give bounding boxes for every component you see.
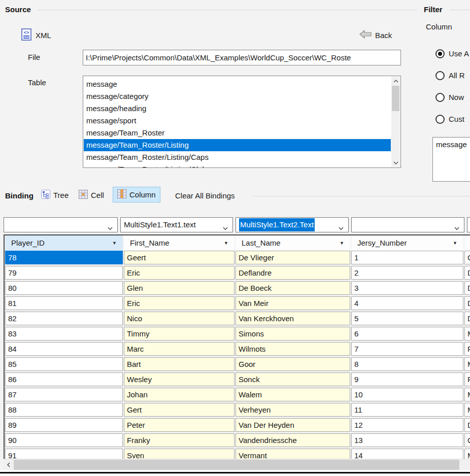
grid-cell[interactable]: 88 <box>5 403 123 417</box>
grid-row[interactable]: 87 Johan Walem 10 M <box>4 388 470 403</box>
grid-column-header-first-name[interactable]: First_Name ▼ <box>124 235 234 251</box>
grid-cell[interactable]: Geert <box>124 251 234 264</box>
grid-row[interactable]: 80 Glen De Boeck 3 D <box>4 281 470 296</box>
grid-cell[interactable]: D <box>464 312 470 325</box>
table-listbox[interactable]: message message/category message/heading… <box>83 76 401 168</box>
filter-arrow-icon[interactable]: ▼ <box>340 235 344 251</box>
grid-cell[interactable]: Walem <box>236 388 350 401</box>
back-button[interactable]: Back <box>359 30 392 40</box>
grid-cell[interactable]: 12 <box>351 418 463 432</box>
grid-cell[interactable]: 4 <box>351 296 463 310</box>
scroll-up-icon[interactable] <box>391 77 400 85</box>
grid-row[interactable]: 81 Eric Van Meir 4 D <box>4 296 470 312</box>
grid-row[interactable]: 84 Marc Wilmots 7 F <box>4 342 470 357</box>
grid-cell[interactable]: 13 <box>351 433 463 447</box>
grid-cell[interactable]: Timmy <box>124 327 234 341</box>
radio-button[interactable] <box>435 71 445 80</box>
grid-cell[interactable]: Van Der Heyden <box>236 418 350 432</box>
grid-column-header-player-id[interactable]: Player_ID ▼ <box>5 235 123 251</box>
file-path-input[interactable]: I:\Prime\Projects\Common\Data\XML_Exampl… <box>83 50 401 65</box>
grid-horizontal-scrollbar[interactable] <box>4 459 470 470</box>
grid-cell[interactable]: Deflandre <box>236 266 350 280</box>
grid-cell[interactable]: 3 <box>351 281 463 295</box>
grid-column-header-clipped[interactable] <box>464 235 470 251</box>
grid-cell[interactable]: 79 <box>5 266 123 280</box>
grid-column-header-last-name[interactable]: Last_Name ▼ <box>236 235 350 251</box>
table-list-item[interactable]: message/Team_Roster/Listing <box>84 139 391 151</box>
scrollbar-thumb[interactable] <box>392 86 399 111</box>
radio-button[interactable] <box>435 93 445 102</box>
grid-cell[interactable]: Van Meir <box>236 296 350 310</box>
table-list-item[interactable]: message/Team_Roster/Listing/Club <box>84 163 391 167</box>
grid-row[interactable]: 90 Franky Vandendriessche 13 G <box>4 433 470 449</box>
binding-combo-1[interactable] <box>4 217 118 232</box>
grid-row[interactable]: 79 Eric Deflandre 2 D <box>4 266 470 281</box>
grid-cell[interactable]: Peter <box>124 418 234 432</box>
grid-cell[interactable]: Johan <box>124 388 234 401</box>
grid-cell[interactable]: 90 <box>5 433 123 447</box>
grid-column-header-jersy-number[interactable]: Jersy_Number ▼ <box>351 235 463 251</box>
table-list-item[interactable]: message/category <box>84 90 391 103</box>
grid-cell[interactable]: 2 <box>351 266 463 280</box>
grid-cell[interactable]: 81 <box>5 296 123 310</box>
grid-cell[interactable]: Vandendriessche <box>236 433 350 447</box>
grid-cell[interactable]: D <box>464 296 470 310</box>
chevron-down-icon[interactable] <box>454 223 459 232</box>
clear-all-bindings-button[interactable]: Clear All Bindings <box>175 191 235 200</box>
grid-cell[interactable]: 80 <box>5 281 123 295</box>
grid-cell[interactable]: 7 <box>351 342 463 356</box>
grid-cell[interactable]: 91 <box>5 449 123 459</box>
grid-cell[interactable]: G <box>464 251 470 264</box>
grid-cell[interactable]: 83 <box>5 327 123 341</box>
grid-cell[interactable]: 86 <box>5 372 123 386</box>
table-list-scrollbar[interactable] <box>391 77 400 167</box>
grid-cell[interactable]: 8 <box>351 357 463 371</box>
grid-cell[interactable]: 82 <box>5 312 123 325</box>
grid-cell[interactable]: De Boeck <box>236 281 350 295</box>
grid-cell[interactable]: 11 <box>351 403 463 417</box>
grid-row[interactable]: 91 Sven Vermant 14 M <box>4 449 470 459</box>
grid-row[interactable]: 88 Gert Verheyen 11 M <box>4 403 470 418</box>
grid-cell[interactable]: 89 <box>5 418 123 432</box>
grid-row[interactable]: 78 Geert De Vlieger 1 G <box>4 251 470 266</box>
grid-cell[interactable]: Eric <box>124 296 234 310</box>
grid-cell[interactable]: M <box>464 449 470 459</box>
grid-cell[interactable]: D <box>464 266 470 280</box>
grid-cell[interactable]: 6 <box>351 327 463 341</box>
grid-cell[interactable]: 84 <box>5 342 123 356</box>
grid-cell[interactable]: Van Kerckhoven <box>236 312 350 325</box>
grid-cell[interactable]: Simons <box>236 327 350 341</box>
grid-row[interactable]: 82 Nico Van Kerckhoven 5 D <box>4 312 470 327</box>
grid-cell[interactable]: M <box>464 327 470 341</box>
table-list-item[interactable]: message/Team_Roster/Listing/Caps <box>84 151 391 163</box>
grid-row[interactable]: 86 Wesley Sonck 9 F <box>4 372 470 388</box>
grid-cell[interactable]: Sonck <box>236 372 350 386</box>
chevron-down-icon[interactable] <box>223 223 228 232</box>
table-list-item[interactable]: message/Team_Roster <box>84 127 391 139</box>
binding-tree-button[interactable]: Tree <box>39 188 71 202</box>
grid-cell[interactable]: F <box>464 342 470 356</box>
grid-cell[interactable]: 78 <box>5 251 123 264</box>
grid-cell[interactable]: De Vlieger <box>236 251 350 264</box>
grid-cell[interactable]: M <box>464 403 470 417</box>
chevron-down-icon[interactable] <box>339 223 344 232</box>
grid-cell[interactable]: Wilmots <box>236 342 350 356</box>
grid-cell[interactable]: M <box>464 388 470 401</box>
scrollbar-thumb[interactable] <box>14 460 459 470</box>
grid-cell[interactable]: Nico <box>124 312 234 325</box>
table-list-item[interactable]: message <box>84 78 391 90</box>
table-list-item[interactable]: message/heading <box>84 103 391 115</box>
grid-cell[interactable]: 87 <box>5 388 123 401</box>
radio-button[interactable] <box>435 49 445 58</box>
binding-column-button[interactable]: Column <box>113 187 160 202</box>
binding-combo-3[interactable]: MultiStyle1.Text2.Text <box>236 217 349 232</box>
binding-combo-4[interactable] <box>351 217 464 232</box>
grid-cell[interactable]: 10 <box>351 388 463 401</box>
grid-cell[interactable]: Bart <box>124 357 234 371</box>
grid-cell[interactable]: Wesley <box>124 372 234 386</box>
grid-cell[interactable]: 1 <box>351 251 463 264</box>
grid-cell[interactable]: Goor <box>236 357 350 371</box>
grid-cell[interactable]: G <box>464 433 470 447</box>
grid-cell[interactable]: Franky <box>124 433 234 447</box>
filter-arrow-icon[interactable]: ▼ <box>224 235 228 251</box>
